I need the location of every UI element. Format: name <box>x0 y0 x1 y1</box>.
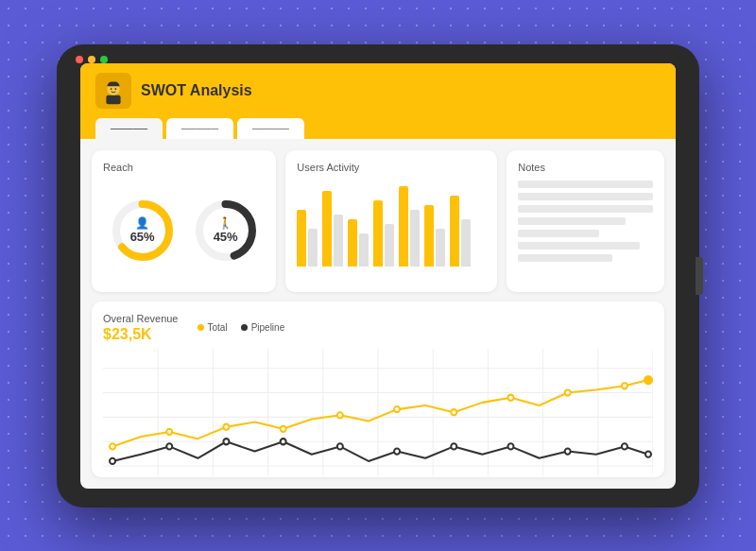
app-header: SWOT Analysis <box>80 63 676 118</box>
bar-yellow-7 <box>450 196 459 267</box>
svg-point-37 <box>223 439 229 444</box>
minimize-button[interactable] <box>88 56 95 63</box>
bar-light-1 <box>308 229 318 267</box>
bar-group-4 <box>373 200 394 267</box>
bar-group-5 <box>399 186 420 267</box>
bar-light-7 <box>461 219 471 267</box>
tab-2[interactable]: ───── <box>166 118 233 139</box>
notes-title: Notes <box>518 162 653 173</box>
avatar <box>95 73 131 109</box>
close-button[interactable] <box>76 56 83 63</box>
notes-card: Notes <box>507 150 664 292</box>
bar-light-2 <box>334 215 343 267</box>
donut-65-label: 👤 65% <box>130 216 155 244</box>
bar-yellow-1 <box>297 210 306 267</box>
reach-title: Reach <box>103 162 265 173</box>
svg-point-45 <box>645 451 651 456</box>
line-chart <box>103 349 653 475</box>
svg-point-38 <box>281 439 286 444</box>
bar-light-3 <box>359 233 369 267</box>
notes-line-1 <box>518 181 653 188</box>
bar-group-2 <box>322 191 343 267</box>
svg-point-29 <box>394 406 400 412</box>
notes-line-4 <box>518 217 626 225</box>
legend: Total Pipeline <box>198 322 285 333</box>
svg-point-4 <box>114 88 116 90</box>
notes-line-6 <box>518 242 640 250</box>
svg-point-27 <box>281 425 286 431</box>
legend-pipeline: Pipeline <box>241 322 285 333</box>
reach-circles: 👤 65% 🚶 45% <box>103 181 265 281</box>
bar-light-5 <box>410 210 420 267</box>
revenue-title: Overal Revenue <box>103 313 179 324</box>
bar-group-1 <box>297 210 318 267</box>
donut-45-label: 🚶 45% <box>214 216 238 244</box>
svg-point-24 <box>110 443 115 449</box>
svg-point-28 <box>337 412 343 418</box>
tab-3[interactable]: ───── <box>237 118 304 139</box>
screen: SWOT Analysis ───── ───── ───── Reach <box>80 63 676 489</box>
maximize-button[interactable] <box>100 56 108 63</box>
svg-point-34 <box>644 375 652 383</box>
revenue-header: Overal Revenue $23,5K Total Pipeline <box>103 313 653 343</box>
tablet-side-button <box>696 257 703 295</box>
svg-point-39 <box>337 443 343 449</box>
legend-pipeline-label: Pipeline <box>251 322 285 333</box>
main-content: Reach 👤 65% <box>80 139 676 489</box>
svg-point-44 <box>622 443 627 449</box>
bar-group-7 <box>450 196 471 267</box>
svg-point-3 <box>111 88 112 90</box>
bar-group-3 <box>348 219 369 267</box>
svg-point-32 <box>565 389 571 395</box>
reach-card: Reach 👤 65% <box>92 150 276 292</box>
svg-point-26 <box>223 423 229 429</box>
bar-yellow-5 <box>399 186 408 267</box>
legend-dot-dark <box>241 324 248 331</box>
bar-light-6 <box>436 229 445 267</box>
bar-yellow-6 <box>424 205 434 267</box>
notes-line-5 <box>518 230 599 237</box>
notes-lines <box>518 181 653 262</box>
revenue-amount: $23,5K <box>103 326 179 343</box>
legend-dot-yellow <box>198 324 204 331</box>
tab-1[interactable]: ───── <box>95 118 163 139</box>
bar-yellow-4 <box>373 200 383 267</box>
svg-point-35 <box>110 457 115 463</box>
donut-65: 👤 65% <box>109 197 177 265</box>
svg-rect-1 <box>106 95 120 103</box>
revenue-title-group: Overal Revenue $23,5K <box>103 313 179 343</box>
legend-total-label: Total <box>208 322 228 333</box>
traffic-lights <box>76 56 108 63</box>
bar-yellow-3 <box>348 219 357 267</box>
bar-group-6 <box>424 205 445 267</box>
tablet-frame: SWOT Analysis ───── ───── ───── Reach <box>57 44 699 508</box>
svg-point-40 <box>394 448 400 454</box>
legend-total: Total <box>198 322 228 333</box>
notes-line-2 <box>518 193 653 200</box>
svg-point-30 <box>451 409 456 415</box>
svg-point-33 <box>622 383 627 388</box>
bar-chart <box>297 181 486 270</box>
svg-point-25 <box>166 428 172 434</box>
notes-line-7 <box>518 254 612 262</box>
cards-row: Reach 👤 65% <box>92 150 664 292</box>
tabs-row: ───── ───── ───── <box>80 118 676 139</box>
activity-card: Users Activity <box>285 150 497 292</box>
activity-title: Users Activity <box>297 162 486 173</box>
svg-point-42 <box>507 443 513 449</box>
revenue-card: Overal Revenue $23,5K Total Pipeline <box>92 301 664 477</box>
svg-point-36 <box>166 443 172 449</box>
bar-light-4 <box>385 224 394 267</box>
svg-point-43 <box>565 448 571 454</box>
svg-point-31 <box>507 394 513 400</box>
bar-yellow-2 <box>322 191 332 267</box>
page-title: SWOT Analysis <box>141 82 252 99</box>
svg-point-41 <box>451 443 456 449</box>
notes-line-3 <box>518 205 653 213</box>
donut-45: 🚶 45% <box>192 197 260 265</box>
